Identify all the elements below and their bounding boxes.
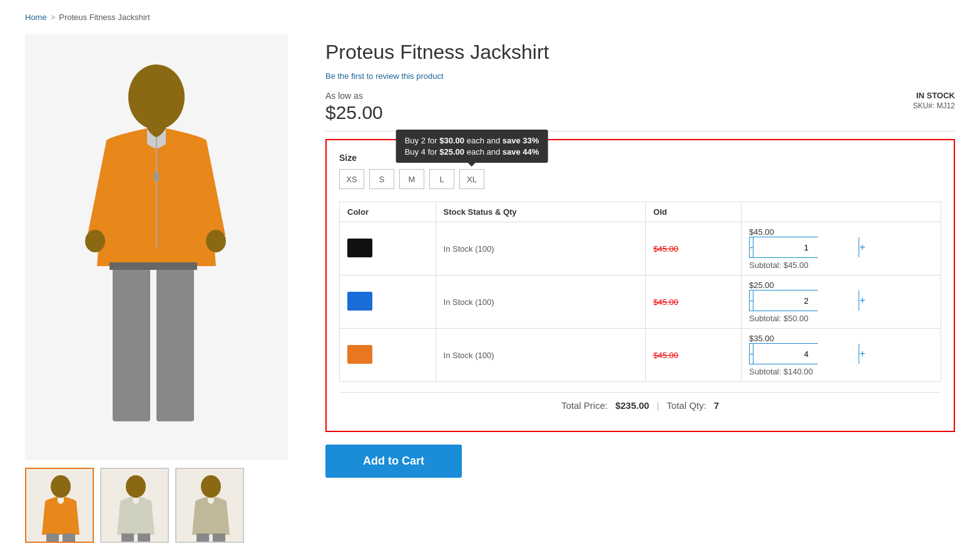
review-link[interactable]: Be the first to review this product [325,71,955,81]
size-btn-xl[interactable]: XL [459,169,484,189]
subtotal-2: Subtotal: $140.00 [749,367,933,376]
svg-point-5 [85,230,105,252]
matrix-table: Color Stock Status & Qty Old In Stock (1… [339,202,941,382]
add-to-cart-button[interactable]: Add to Cart [325,445,462,478]
total-price-value: $235.00 [615,400,649,411]
sku-value: MJ12 [937,101,955,110]
size-btn-xs[interactable]: XS [339,169,364,189]
svg-point-11 [51,475,71,498]
cell-stock-2: In Stock (100) [436,329,646,382]
thumbnail-1-image [26,469,93,542]
price-left: As low as $25.00 [325,91,383,123]
color-swatch-black [347,239,372,257]
table-row: In Stock (100)$45.00$45.00-+Subtotal: $4… [340,222,941,275]
totals-row: Total Price: $235.00 | Total Qty: 7 [339,392,941,418]
sku: SKU#: MJ12 [913,101,955,110]
new-price-2: $35.00 [749,334,933,343]
size-btn-s[interactable]: S [369,169,394,189]
qty-input-2[interactable] [753,344,859,364]
svg-rect-9 [110,262,197,270]
as-low-as-label: As low as [325,91,383,101]
total-qty-value: 7 [714,400,719,411]
qty-plus-0[interactable]: + [859,237,865,257]
size-btn-l[interactable]: L [429,169,454,189]
svg-rect-13 [63,533,75,543]
product-images [25,34,288,543]
svg-point-1 [128,64,185,130]
svg-point-6 [206,230,226,252]
qty-input-1[interactable] [753,291,859,311]
svg-rect-20 [197,533,209,543]
cell-stock-0: In Stock (100) [436,222,646,275]
main-layout: Proteus Fitness Jackshirt Be the first t… [25,34,955,543]
qty-plus-1[interactable]: + [859,291,865,311]
old-price-1: $45.00 [653,297,678,307]
totals-separator: | [656,400,659,411]
old-price-0: $45.00 [653,244,678,254]
table-row: In Stock (100)$45.00$25.00-+Subtotal: $5… [340,275,941,329]
svg-rect-17 [138,533,150,543]
product-price: $25.00 [325,102,383,123]
config-box: Size XS S M L XL Buy 2 for $30.00 each a… [325,139,955,432]
thumbnail-1[interactable] [25,468,94,543]
qty-input-0[interactable] [753,237,859,257]
total-price-label: Total Price: [561,400,608,411]
product-image-svg [56,47,257,448]
cell-color-1 [340,275,436,329]
cell-color-0 [340,222,436,275]
cell-qty-2: $35.00-+Subtotal: $140.00 [742,329,941,382]
total-qty-label: Total Qty: [666,400,706,411]
header-qty [742,202,941,222]
svg-rect-8 [156,265,194,421]
header-stock: Stock Status & Qty [436,202,646,222]
size-label: Size [339,153,941,163]
svg-rect-7 [113,265,150,421]
tooltip-wrapper: XL Buy 2 for $30.00 each and save 33% Bu… [459,169,484,189]
svg-point-19 [201,475,221,498]
qty-stepper-0: -+ [749,237,818,258]
cell-old-price-1: $45.00 [646,275,742,329]
divider [325,131,955,131]
cell-qty-0: $45.00-+Subtotal: $45.00 [742,222,941,275]
price-section: As low as $25.00 IN STOCK SKU#: MJ12 [325,91,955,123]
size-options: XS S M L XL Buy 2 for $30.00 each and sa… [339,169,941,189]
cell-qty-1: $25.00-+Subtotal: $50.00 [742,275,941,329]
size-btn-m[interactable]: M [399,169,424,189]
svg-point-15 [126,475,146,498]
thumbnail-list [25,468,288,543]
svg-rect-12 [46,533,59,543]
breadcrumb-current: Proteus Fitness Jackshirt [59,13,150,22]
qty-stepper-2: -+ [749,343,818,364]
cell-color-2 [340,329,436,382]
subtotal-1: Subtotal: $50.00 [749,314,933,323]
thumbnail-2-image [101,469,168,542]
svg-rect-4 [154,172,159,181]
cell-old-price-2: $45.00 [646,329,742,382]
product-details: Proteus Fitness Jackshirt Be the first t… [325,34,955,478]
matrix-tbody: In Stock (100)$45.00$45.00-+Subtotal: $4… [340,222,941,382]
header-color: Color [340,202,436,222]
new-price-1: $25.00 [749,281,933,290]
svg-rect-21 [213,533,225,543]
breadcrumb-home[interactable]: Home [25,13,47,22]
table-header-row: Color Stock Status & Qty Old [340,202,941,222]
header-old-price: Old [646,202,742,222]
main-image [25,34,288,460]
thumbnail-3[interactable] [175,468,244,543]
sku-label: SKU#: [913,101,935,110]
cell-old-price-0: $45.00 [646,222,742,275]
price-right: IN STOCK SKU#: MJ12 [913,91,955,110]
color-swatch-orange [347,345,372,364]
subtotal-0: Subtotal: $45.00 [749,260,933,270]
qty-plus-2[interactable]: + [859,344,865,364]
product-title: Proteus Fitness Jackshirt [325,41,955,64]
breadcrumb-separator: > [51,13,56,22]
stock-status: IN STOCK [913,91,955,100]
page-container: Home > Proteus Fitness Jackshirt [0,0,980,555]
thumbnail-2[interactable] [100,468,169,543]
breadcrumb: Home > Proteus Fitness Jackshirt [25,13,955,22]
svg-rect-16 [121,533,134,543]
cell-stock-1: In Stock (100) [436,275,646,329]
thumbnail-3-image [176,469,243,542]
qty-stepper-1: -+ [749,290,818,311]
